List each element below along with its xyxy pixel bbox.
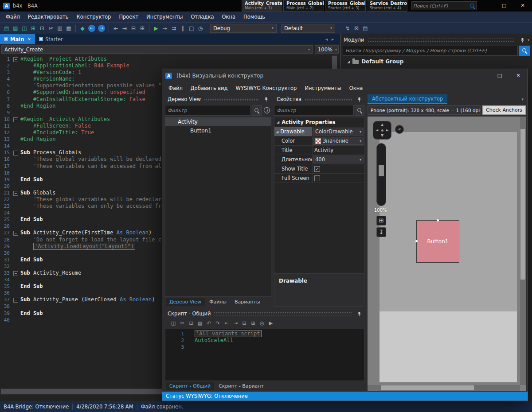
property-row-full-screen[interactable]: Full Screen [274, 174, 364, 183]
menu-item[interactable]: Редактировать [24, 14, 73, 20]
pan-control[interactable]: ▲ ▼ ◄ ► [373, 121, 391, 140]
menu-item[interactable]: Окна [218, 14, 239, 20]
module-quick-tab[interactable]: Process_GlobalsStarter (ctrl + 3) [325, 0, 366, 12]
menu-item[interactable]: WYSIWYG Конструктор [232, 85, 301, 91]
designer-view-button1[interactable]: Button1 [416, 220, 459, 263]
pin-icon[interactable] [264, 97, 269, 102]
check-anchors-button[interactable]: Check Anchors [482, 105, 526, 115]
property-value-text[interactable]: Activity [313, 146, 364, 155]
indent-icon[interactable]: ⇥ [231, 319, 239, 327]
stop-icon[interactable]: □ [187, 24, 196, 33]
designer-maximize-button[interactable]: □ [490, 70, 509, 82]
save-icon[interactable]: ◫ [20, 24, 29, 33]
zoom-slider-thumb[interactable] [379, 165, 384, 176]
paste-icon[interactable]: ▤ [2, 24, 11, 33]
property-row-color[interactable]: ColorЗначение▾ [274, 136, 364, 146]
pause-icon[interactable]: ‖ [178, 24, 187, 33]
search-icon[interactable] [469, 3, 475, 9]
minimize-button[interactable]: — [476, 0, 495, 12]
redo-icon[interactable]: ↷ [214, 319, 222, 327]
paste-icon[interactable]: ▤ [196, 319, 204, 327]
fold-toggle-icon[interactable]: − [13, 191, 18, 196]
debug-mode-select[interactable]: Debug ▾ [210, 24, 277, 33]
designer-title-bar[interactable]: A (b4x) Визуальный конструктор — □ ✕ [162, 69, 528, 82]
pin-icon[interactable] [520, 38, 525, 43]
find-icon[interactable]: ◎ [258, 319, 266, 327]
tab-scroll-right-icon[interactable]: ▸ [332, 37, 334, 42]
fold-toggle-icon[interactable]: − [13, 231, 18, 236]
save-icon[interactable]: ◫ [169, 319, 177, 327]
editor-tab-starter[interactable]: Starter [35, 34, 67, 44]
module-quick-tab[interactable]: Service_DestroyStarter (ctrl + 4) [367, 0, 407, 12]
run-script-icon[interactable]: ▶ [267, 319, 275, 327]
fold-toggle-icon[interactable]: − [13, 298, 18, 303]
anchor-dot-top[interactable] [437, 219, 439, 222]
duplicate-icon[interactable]: ▥ [55, 24, 64, 33]
properties-filter-search-button[interactable] [355, 105, 364, 116]
code-line[interactable]: 1'All variants script [165, 330, 364, 337]
outdent-icon[interactable]: ⇤ [111, 24, 120, 33]
cut-icon[interactable]: ✂ [47, 24, 55, 33]
expander-icon[interactable]: ◢ [347, 60, 350, 64]
grid-toggle-icon[interactable]: ⊞ [376, 216, 386, 225]
copy-icon[interactable]: ⊡ [38, 24, 47, 33]
comment-icon[interactable]: ⊟ [240, 319, 248, 327]
property-value-dropdown[interactable]: 400▾ [313, 155, 364, 163]
module-group-default[interactable]: ◢ Default Group [341, 57, 532, 66]
panel-tab[interactable]: Скрипт - Вариант [215, 382, 267, 390]
copy-icon[interactable]: ⊡ [187, 319, 195, 327]
find-sub-button[interactable] [519, 46, 530, 56]
navigate-back-icon[interactable]: ← [88, 25, 95, 32]
panel-tab[interactable]: Варианты [231, 298, 263, 306]
comment-icon[interactable]: ⊟ [129, 24, 138, 33]
menu-item[interactable]: Файл [2, 14, 24, 20]
undo-icon[interactable]: ↶ [205, 319, 213, 327]
script-editor[interactable]: 1'All variants script2AutoScaleAll3 [165, 329, 364, 381]
outdent-icon[interactable]: ⇤ [223, 319, 231, 327]
menu-item[interactable]: Окна [345, 85, 367, 91]
maximize-button[interactable]: □ [495, 0, 513, 12]
designer-grid-icon[interactable]: ⊠ [352, 24, 361, 33]
device-variant-select[interactable]: Phone (portrait): 320 x 480, scale = 1 (… [368, 105, 481, 115]
tree-item-activity[interactable]: Activity [165, 117, 271, 126]
zoom-slider[interactable] [376, 143, 386, 206]
checkbox[interactable] [314, 175, 320, 181]
pin-icon[interactable] [357, 97, 362, 102]
close-tab-icon[interactable]: ✕ [27, 37, 31, 42]
menu-item[interactable]: Добавить вид [187, 85, 232, 91]
menu-item[interactable]: Файл [164, 85, 187, 91]
property-row-title[interactable]: TitleActivity [274, 146, 364, 155]
bridge-icon[interactable]: ↯ [343, 24, 352, 33]
tree-filter-input[interactable] [165, 105, 251, 116]
navigate-forward-icon[interactable]: → [98, 25, 105, 32]
editor-tab-main[interactable]: Main✕ [0, 34, 35, 44]
properties-filter-input[interactable] [274, 105, 354, 116]
fold-toggle-icon[interactable]: − [13, 117, 18, 122]
designer-canvas[interactable]: Button1 ▲ ▼ ◄ ► « 100% ⊞ ↧ [368, 117, 526, 391]
chevron-down-icon[interactable]: ▾ [521, 97, 526, 101]
designer-minimize-button[interactable]: — [472, 70, 490, 82]
property-value-color[interactable]: Значение▾ [313, 137, 364, 145]
fold-toggle-icon[interactable]: − [13, 57, 18, 62]
run-icon[interactable]: ▶ [152, 24, 160, 33]
menu-item[interactable]: Инструменты [142, 14, 187, 20]
profiler-icon[interactable]: ◷ [196, 24, 205, 33]
uncomment-icon[interactable]: ⊞ [138, 24, 147, 33]
module-quick-tab[interactable]: Activity_CreateMain (ctrl + 1) [242, 0, 282, 12]
designer-close-button[interactable]: ✕ [509, 70, 528, 82]
pan-center-icon[interactable] [381, 129, 383, 132]
menu-item[interactable]: Помощь [239, 14, 269, 20]
close-button[interactable]: ✕ [513, 0, 532, 12]
scrollbar-thumb[interactable] [381, 385, 474, 390]
menu-item[interactable]: Отладка [187, 14, 218, 20]
pan-down-icon[interactable]: ▼ [381, 134, 383, 137]
chevron-down-icon[interactable]: ▾ [528, 38, 529, 42]
fold-toggle-icon[interactable]: − [13, 151, 18, 155]
property-row-drawable[interactable]: ◢DrawableColorDrawable▾ [274, 127, 364, 136]
indent-icon[interactable]: ⇥ [120, 24, 129, 33]
code-line[interactable]: 1−#Region Project Attributes [0, 56, 340, 62]
fold-toggle-icon[interactable]: − [13, 271, 18, 276]
menu-item[interactable]: Инструменты [301, 85, 345, 91]
panel-tab[interactable]: Файлы [206, 298, 230, 306]
scrollbar-thumb[interactable] [520, 129, 525, 280]
